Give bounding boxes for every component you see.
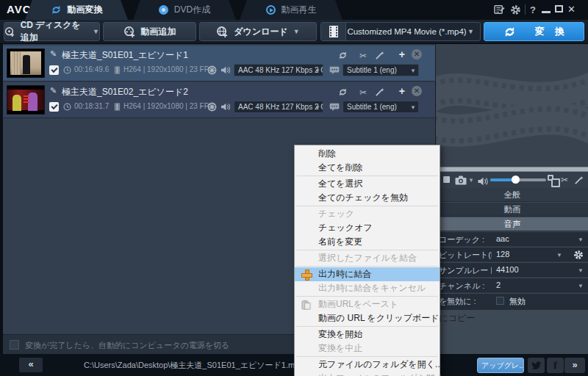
facebook-icon: f (553, 359, 557, 372)
disable-audio-checkbox[interactable] (496, 297, 504, 305)
convert-button[interactable]: 変換 (484, 22, 584, 41)
menu-item-copy-url[interactable]: 動画の URL をクリップボードにコピー (295, 311, 440, 325)
settings-section-general[interactable]: 全般 (436, 188, 588, 202)
duration-text: 00:16:49.6 (74, 65, 109, 73)
audio-codec-value[interactable]: aac (496, 234, 509, 243)
facebook-button[interactable]: f (547, 358, 564, 373)
add-profile-button[interactable]: + (399, 85, 405, 97)
snapshot-camera-icon[interactable] (455, 175, 467, 188)
volume-speaker-icon[interactable] (477, 176, 488, 189)
item-checkbox[interactable] (49, 102, 59, 112)
menu-item-start-convert[interactable]: 変換を開始 (295, 328, 440, 341)
clip-scissors-icon[interactable]: ✂ (359, 51, 367, 61)
audio-samplerate-value[interactable]: 44100 (496, 265, 519, 274)
subtitle-select[interactable]: Subtitle 1 (eng) ▼ (343, 64, 419, 76)
item-checkbox[interactable] (49, 65, 59, 75)
close-button[interactable]: ✕ (567, 4, 576, 15)
remove-item-button[interactable]: ✕ (412, 86, 422, 96)
menu-item-merge-on-output[interactable]: 出力時に結合 (295, 267, 440, 281)
video-thumbnail (7, 85, 45, 115)
effects-wand-icon[interactable] (574, 175, 584, 188)
audio-codec-row: 声コーデック : aac ▼ (436, 232, 588, 247)
chevron-down-icon[interactable]: ▼ (578, 283, 584, 289)
convert-tab-icon (51, 4, 62, 15)
chevron-down-icon[interactable]: ▼ (556, 252, 562, 258)
chevron-down-icon: ▼ (315, 102, 320, 113)
tab-video-play[interactable]: 動画再生 (240, 0, 343, 20)
menu-separator (296, 176, 438, 176)
twitter-button[interactable] (528, 358, 545, 373)
chevron-down-icon[interactable]: ▼ (578, 267, 584, 274)
add-video-button[interactable]: 動画追加 (103, 22, 196, 41)
effects-wand-icon[interactable] (375, 51, 384, 62)
tab-video-convert[interactable]: 動画変換 (25, 0, 128, 20)
volume-slider[interactable] (490, 178, 546, 181)
toolbar: CD ディスクを追加 ▼ 動画追加 ダウンロード ▼ Customized MP… (0, 20, 588, 44)
subtitle-value: Subtitle 1 (eng) (347, 66, 397, 74)
audio-channel-value[interactable]: 2 (496, 281, 501, 289)
bitrate-gear-icon[interactable] (573, 250, 584, 263)
minimize-button[interactable] (542, 11, 551, 13)
maximize-button[interactable] (555, 5, 563, 12)
preview-controls: ▼ ✂ (436, 172, 588, 188)
video-list-item[interactable]: ✎ 極主夫道_S01E01_エピソード1 ✂ + ✕ 00:16:49.6 H2… (3, 46, 435, 82)
shutdown-checkbox[interactable] (10, 340, 19, 350)
menu-item-check: チェック (295, 207, 440, 221)
rename-pencil-icon[interactable]: ✎ (50, 49, 57, 59)
output-format-value: Customized MP4 Movie (*.mp4) (346, 27, 467, 36)
audio-track-select[interactable]: AAC 48 KHz 127 Kbps 2 C... ▼ (234, 64, 323, 76)
chevron-down-icon: ▼ (93, 28, 99, 35)
menu-separator (296, 206, 438, 206)
add-profile-button[interactable]: + (399, 48, 405, 60)
title-bar: AVC 動画変換 DVD作成 動画再生 ? ✕ (0, 0, 588, 20)
menu-separator (296, 356, 438, 357)
collapse-path-button[interactable]: « (19, 358, 43, 372)
stop-icon[interactable] (443, 176, 450, 183)
help-button[interactable]: ? (530, 4, 536, 15)
trim-scissors-icon[interactable]: ✂ (561, 175, 568, 185)
options-icon[interactable] (207, 65, 217, 76)
settings-section-audio[interactable]: 音声 (436, 217, 588, 231)
play-circle-icon (266, 5, 276, 15)
audio-bitrate-row: 声ビットレート(kb/ 128 ▼ (436, 247, 588, 262)
button-label: CD ディスクを追加 (21, 19, 87, 44)
download-button[interactable]: ダウンロード ▼ (199, 22, 317, 41)
chevron-down-icon[interactable]: ▼ (468, 177, 474, 184)
upgrade-button[interactable]: アップグレ... (477, 358, 524, 373)
speaker-icon (220, 103, 230, 112)
menu-item-delete-all[interactable]: 全てを削除 (295, 161, 440, 175)
chevron-down-icon[interactable]: ▼ (578, 236, 584, 243)
options-icon[interactable] (207, 102, 217, 113)
edit-document-icon[interactable] (494, 4, 505, 17)
split-screen-icon[interactable] (548, 175, 553, 181)
chevron-down-icon: ▼ (293, 28, 300, 35)
clip-scissors-icon[interactable]: ✂ (359, 87, 367, 98)
reconvert-icon[interactable] (338, 87, 348, 99)
output-format-select[interactable]: Customized MP4 Movie (*.mp4) ▼ (320, 22, 481, 41)
menu-item-uncheck-all[interactable]: 全てのチェックを無効 (295, 191, 440, 205)
menu-item-check-off[interactable]: チェックオフ (295, 221, 440, 235)
menu-item-select-all[interactable]: 全てを選択 (295, 177, 440, 191)
seek-bar[interactable] (436, 167, 588, 172)
remove-item-button[interactable]: ✕ (412, 49, 422, 59)
video-list-item[interactable]: ✎ 極主夫道_S01E02_エピソード2 ✂ + ✕ 00:18:31.7 H2… (3, 82, 435, 118)
menu-item-open-source-folder[interactable]: 元ファイルのフォルダを開く... (295, 358, 440, 372)
audio-disable-label: 声を無効に : (436, 296, 492, 307)
audio-samplerate-row: 声サンプルレート : 44100 ▼ (436, 263, 588, 278)
settings-gear-icon[interactable] (510, 4, 521, 18)
subtitle-bubble-icon (329, 103, 340, 113)
effects-wand-icon[interactable] (375, 87, 384, 99)
menu-item-rename[interactable]: 名前を変更 (295, 235, 440, 249)
volume-knob[interactable] (512, 176, 520, 184)
menu-item-delete[interactable]: 削除 (295, 147, 440, 161)
subtitle-select[interactable]: Subtitle 1 (eng) ▼ (343, 101, 419, 113)
audio-track-select[interactable]: AAC 48 KHz 127 Kbps 2 C... ▼ (234, 101, 323, 113)
audio-bitrate-value[interactable]: 128 (496, 250, 509, 258)
chevron-down-icon: ▼ (410, 102, 416, 113)
settings-section-video[interactable]: 動画 (436, 203, 588, 217)
tab-dvd-create[interactable]: DVD作成 (133, 0, 236, 20)
rename-pencil-icon[interactable]: ✎ (50, 86, 57, 95)
add-cd-button[interactable]: CD ディスクを追加 ▼ (4, 22, 100, 41)
expand-panel-button[interactable]: » (564, 358, 585, 373)
reconvert-icon[interactable] (338, 51, 348, 62)
